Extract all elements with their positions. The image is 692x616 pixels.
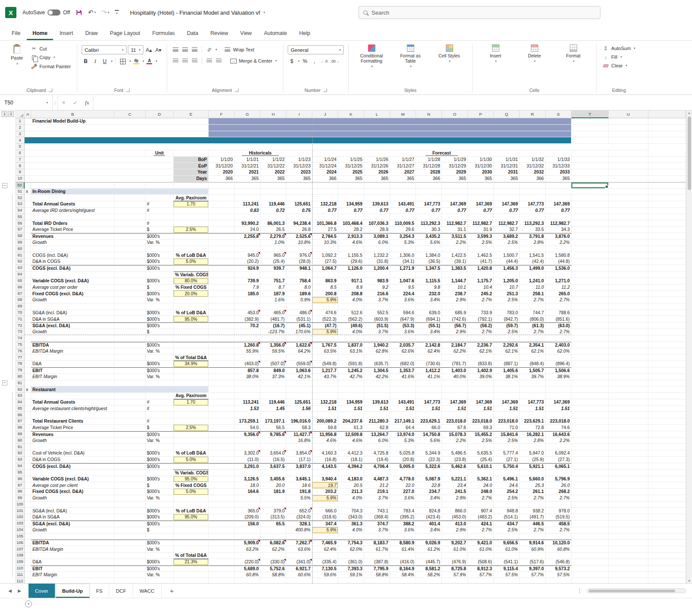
row-header-94[interactable]: 94 <box>16 463 25 470</box>
cell-H60[interactable] <box>260 246 286 253</box>
row-header-112[interactable]: 112 <box>16 578 25 583</box>
cell-J93[interactable]: (16.8) <box>312 457 338 463</box>
cell-N104[interactable]: 3.4% <box>416 527 442 534</box>
cell-L70[interactable]: 552.5 <box>364 310 390 316</box>
cell-H107[interactable]: 62.2% <box>260 546 286 553</box>
cell-Q64[interactable] <box>494 272 520 278</box>
cell-H97[interactable]: 20.0 <box>260 482 286 489</box>
row-label[interactable]: Average IRD orders/night/guest <box>31 208 114 214</box>
ribbon-tab-home[interactable]: Home <box>27 27 53 40</box>
cell-R57[interactable]: 33.5 <box>520 227 546 233</box>
cell-P69[interactable] <box>468 303 494 310</box>
cell[interactable]: 31/12/22 <box>260 163 286 169</box>
cell-J56[interactable]: 101,366.8 <box>312 220 338 227</box>
cell-R83[interactable] <box>520 393 546 399</box>
cell-J84[interactable]: 132,218 <box>312 399 338 406</box>
cell-R92[interactable]: 5,947.0 <box>520 450 546 457</box>
cell-P103[interactable]: 424.1 <box>468 521 494 527</box>
cell-L52[interactable] <box>364 195 390 201</box>
cell-R78[interactable]: (848.4) <box>520 361 546 367</box>
cell[interactable] <box>25 412 31 418</box>
row-label[interactable] <box>31 578 114 583</box>
cell-H83[interactable] <box>260 393 286 399</box>
assumption-label[interactable]: % Variab. COGS <box>174 470 209 476</box>
cell[interactable] <box>25 565 31 572</box>
cell-G52[interactable] <box>235 195 260 201</box>
cell-N98[interactable]: 234.7 <box>416 489 442 495</box>
cell-L110[interactable]: 7,795.9 <box>364 565 390 572</box>
cell-K112[interactable] <box>338 578 364 583</box>
unit-cell[interactable]: $000's <box>146 367 174 374</box>
cell-I78[interactable]: (559.0) <box>286 361 312 367</box>
cell-M73[interactable]: 3.6% <box>390 329 416 335</box>
cell-I60[interactable] <box>286 246 312 253</box>
unit-cell[interactable]: $000's <box>146 489 174 495</box>
cell-I100[interactable] <box>286 502 312 508</box>
cell-S101[interactable]: 978.0 <box>546 508 571 514</box>
cell-L92[interactable]: 4,725.8 <box>364 450 390 457</box>
cell[interactable]: 1/1/21 <box>235 157 260 163</box>
cell[interactable]: 366 <box>520 176 546 182</box>
cell-P59[interactable]: 2.5% <box>468 240 494 246</box>
cell[interactable]: 2024 <box>312 169 338 176</box>
cell-J59[interactable]: 10.3% <box>312 240 338 246</box>
cell[interactable] <box>25 252 31 259</box>
cell-Q101[interactable]: 948.8 <box>494 508 520 514</box>
row-label[interactable]: Growth <box>31 527 114 534</box>
unit-cell[interactable] <box>146 444 174 450</box>
cell-R55[interactable] <box>520 214 546 221</box>
cell-P61[interactable]: 1,462.5 <box>468 252 494 259</box>
cell-K68[interactable]: 4.0% <box>338 297 364 303</box>
cell-R69[interactable] <box>520 303 546 310</box>
cell-H80[interactable]: 37.3% <box>260 374 286 380</box>
cell-K82[interactable] <box>338 386 364 393</box>
cell[interactable] <box>25 316 31 322</box>
cell[interactable] <box>25 431 31 438</box>
unit-cell[interactable]: $000's <box>146 457 174 463</box>
cell-R71[interactable]: (806.0) <box>520 316 546 322</box>
cell-L94[interactable]: 4,706.4 <box>364 463 390 470</box>
cell-J107[interactable]: 62.4% <box>312 546 338 553</box>
cell[interactable]: 31/12/30 <box>468 163 494 169</box>
cell-R77[interactable] <box>520 354 546 361</box>
cell-M112[interactable] <box>390 578 416 583</box>
autosave-toggle[interactable]: AutoSave Off <box>22 9 70 16</box>
row-header-96[interactable]: 96 <box>16 476 25 483</box>
cell-J102[interactable]: (318.6) <box>312 514 338 521</box>
cell-P83[interactable] <box>468 393 494 399</box>
cell-S85[interactable]: 1.51 <box>546 406 571 412</box>
row-header-73[interactable]: 73 <box>16 329 25 335</box>
cell-S104[interactable]: 2.7% <box>546 527 571 534</box>
cell-Q95[interactable] <box>494 470 520 476</box>
cell-O60[interactable] <box>442 246 468 253</box>
row-header-67[interactable]: 67 <box>16 291 25 297</box>
cell-O86[interactable] <box>442 412 468 418</box>
cell-Q110[interactable]: 9,115.4 <box>494 565 520 572</box>
cell-H79[interactable]: 849.0 <box>260 367 286 374</box>
cell-K53[interactable]: 134,959 <box>338 201 364 208</box>
cell-H98[interactable]: 181.9 <box>260 489 286 495</box>
cell-N108[interactable] <box>416 553 442 559</box>
cell-P76[interactable]: 62.1% <box>468 348 494 355</box>
cell-P106[interactable]: 9,421.0 <box>468 540 494 546</box>
cell-O111[interactable]: 57.9% <box>442 572 468 578</box>
unit-cell[interactable]: $000's <box>146 291 174 297</box>
cell-R80[interactable]: 39.7% <box>520 374 546 380</box>
cell-Q54[interactable]: 0.77 <box>494 208 520 214</box>
cell-R106[interactable]: 9,914.6 <box>520 540 546 546</box>
cell-O106[interactable]: 9,202.7 <box>442 540 468 546</box>
cell-S86[interactable] <box>546 412 571 418</box>
cell-N105[interactable] <box>416 534 442 540</box>
cell-Q88[interactable]: 71.0 <box>494 425 520 431</box>
cell-J94[interactable]: 4,143.5 <box>312 463 338 470</box>
decrease-font-button[interactable]: A▾ <box>154 46 162 54</box>
sheet-tab-fs[interactable]: FS <box>90 584 110 598</box>
input-cell-E57[interactable]: 2.5% <box>174 227 209 233</box>
row-header-69[interactable]: 69 <box>16 303 25 310</box>
cell-L87[interactable]: 211,280.3 <box>364 418 390 425</box>
cell-R61[interactable]: 1,541.5 <box>520 252 546 259</box>
outline-level-1-button[interactable]: 1 <box>2 111 7 117</box>
cell-K105[interactable] <box>338 534 364 540</box>
cell-M77[interactable] <box>390 354 416 361</box>
row-header-77[interactable]: 77 <box>16 354 25 361</box>
